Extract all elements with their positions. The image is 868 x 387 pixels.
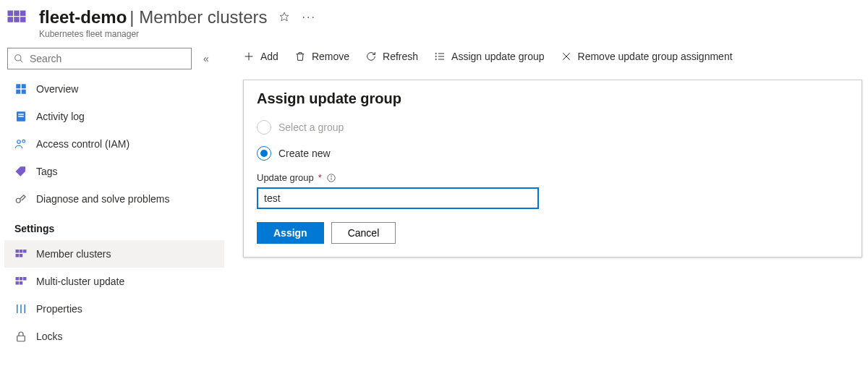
svg-rect-3 [8,17,14,22]
svg-rect-26 [23,277,27,281]
radio-select-group-label: Select a group [278,122,344,133]
svg-rect-9 [16,84,20,88]
title-separator: | [129,7,139,27]
sidebar-item-access-control[interactable]: Access control (IAM) [4,130,224,158]
plus-icon [243,51,255,62]
svg-rect-11 [16,90,20,94]
svg-marker-6 [280,12,289,21]
svg-rect-32 [17,336,25,341]
remove-button[interactable]: Remove [294,42,349,71]
sidebar-search[interactable] [7,48,192,69]
iam-icon [14,137,27,150]
radio-create-new-label: Create new [278,148,331,159]
remove-assign-label: Remove update group assignment [578,51,733,62]
info-icon[interactable] [326,173,336,183]
lock-icon [14,330,27,343]
sidebar-item-label: Member clusters [36,248,111,260]
svg-rect-25 [20,277,23,281]
collapse-sidebar-icon[interactable]: « [197,53,215,64]
sidebar-item-label: Tags [36,166,58,177]
update-group-field-label: Update group * [257,172,848,183]
sidebar-item-diagnose[interactable]: Diagnose and solve problems [4,185,224,213]
radio-option-select-group: Select a group [257,120,848,135]
svg-rect-28 [20,281,23,285]
sidebar-item-label: Overview [36,83,78,95]
sidebar-item-overview[interactable]: Overview [4,75,224,103]
sidebar-item-multi-cluster-update[interactable]: Multi-cluster update [4,268,224,295]
clusters-icon [14,247,27,260]
assign-label: Assign update group [451,51,544,62]
svg-rect-5 [20,17,26,22]
overview-icon [14,82,27,95]
trash-icon [294,51,306,62]
svg-rect-0 [8,11,14,17]
search-icon [14,54,24,64]
sidebar: « Overview Activity log Access control (… [0,42,224,387]
sidebar-item-label: Diagnose and solve problems [36,193,169,205]
svg-point-40 [435,59,436,59]
sidebar-item-activity-log[interactable]: Activity log [4,103,224,130]
svg-rect-14 [18,114,24,115]
svg-point-45 [331,175,331,176]
service-type-label: Kubernetes fleet manager [39,29,316,39]
fleet-resource-icon [6,9,27,30]
svg-rect-19 [16,250,20,253]
refresh-icon [365,51,377,62]
svg-rect-23 [20,254,23,258]
cancel-button[interactable]: Cancel [331,222,396,244]
page-title: Member clusters [139,7,267,27]
sidebar-item-member-clusters[interactable]: Member clusters [4,240,224,268]
command-bar: Add Remove Refresh Assign update group R… [243,42,862,71]
diagnose-icon [14,192,27,205]
svg-point-7 [15,55,21,61]
svg-point-18 [16,198,20,203]
add-label: Add [260,51,278,62]
sidebar-search-input[interactable] [28,52,185,65]
remove-update-group-assignment-button[interactable]: Remove update group assignment [561,42,733,71]
svg-point-17 [22,140,25,143]
sidebar-item-label: Locks [36,331,63,342]
assign-update-group-button[interactable]: Assign update group [434,42,544,71]
svg-rect-24 [16,277,20,281]
assign-button[interactable]: Assign [257,222,324,244]
svg-rect-27 [16,281,20,285]
add-button[interactable]: Add [243,42,278,71]
update-group-name-input[interactable] [257,187,539,209]
svg-rect-20 [20,250,23,253]
svg-rect-12 [22,90,26,94]
resource-name: fleet-demo [39,7,127,27]
radio-create-new[interactable] [257,146,271,161]
more-actions-icon[interactable]: ··· [302,11,316,24]
refresh-button[interactable]: Refresh [365,42,418,71]
required-asterisk: * [318,172,322,183]
sidebar-item-label: Multi-cluster update [36,276,124,287]
refresh-label: Refresh [383,51,418,62]
radio-select-group [257,120,271,135]
svg-rect-22 [16,254,20,258]
sidebar-item-properties[interactable]: Properties [4,295,224,323]
sidebar-item-label: Properties [36,303,82,315]
svg-line-8 [20,60,23,63]
svg-point-39 [435,56,436,56]
svg-rect-15 [18,116,24,117]
svg-point-38 [435,53,436,54]
field-label-text: Update group [257,172,314,183]
remove-label: Remove [312,51,349,62]
tags-icon [14,165,27,178]
svg-rect-1 [14,11,20,17]
panel-title: Assign update group [257,90,848,107]
svg-rect-10 [22,84,26,88]
sidebar-section-settings: Settings [4,213,224,240]
page-header: fleet-demo | Member clusters ··· Kuberne… [0,0,868,42]
sidebar-item-label: Activity log [36,111,85,122]
properties-icon [14,302,27,315]
assign-update-group-panel: Assign update group Select a group Creat… [243,80,862,258]
svg-rect-2 [20,11,26,17]
radio-option-create-new[interactable]: Create new [257,146,848,161]
sidebar-item-locks[interactable]: Locks [4,323,224,350]
sidebar-item-tags[interactable]: Tags [4,158,224,185]
close-icon [561,51,572,62]
favorite-star-icon[interactable] [279,12,289,24]
log-icon [14,110,27,123]
svg-rect-21 [23,250,27,253]
